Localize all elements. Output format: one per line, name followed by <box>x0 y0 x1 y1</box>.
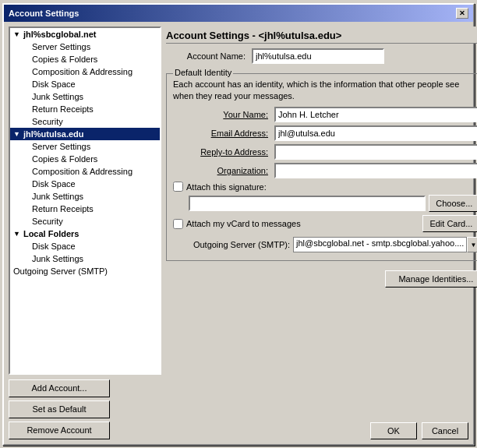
bottom-area: Add Account... Set as Default Remove Acc… <box>9 379 468 439</box>
account-name-label: Account Name: <box>166 51 252 61</box>
tree-return-receipts-2[interactable]: Return Receipts <box>10 203 160 215</box>
remove-account-button[interactable]: Remove Account <box>9 422 110 439</box>
attach-vcard-label: Attach my vCard to messages <box>186 219 301 228</box>
tree-panel: ▼ jhl%sbcglobal.net Server Settings Copi… <box>9 26 161 375</box>
close-button[interactable]: ✕ <box>456 8 468 19</box>
attach-vcard-checkbox[interactable] <box>173 219 183 229</box>
outgoing-server-label: Outgoing Server (SMTP): <box>173 240 290 249</box>
tree-disk-space-local[interactable]: Disk Space <box>10 240 160 252</box>
outgoing-select-wrap: jhl@sbcglobal.net - smtp.sbcglobal.yahoo… <box>293 237 477 252</box>
tree-junk-local[interactable]: Junk Settings <box>10 252 160 265</box>
sig-input-row: Choose... <box>173 195 477 212</box>
tree-server-settings-1[interactable]: Server Settings <box>10 41 160 53</box>
org-row: Organization: <box>173 163 477 178</box>
section-title: Default Identity <box>173 68 233 77</box>
tree-copies-folders-1[interactable]: Copies & Folders <box>10 53 160 65</box>
outgoing-smtp-label: Outgoing Server (SMTP) <box>13 266 108 276</box>
reply-to-label: Reply-to Address: <box>173 147 274 157</box>
collapse-icon-2: ▼ <box>13 130 20 138</box>
tree-composition-2[interactable]: Composition & Addressing <box>10 165 160 178</box>
dialog-title: Account Settings <box>9 9 79 18</box>
tree-junk-2[interactable]: Junk Settings <box>10 190 160 203</box>
default-identity-section: Default Identity Each account has an ide… <box>166 73 477 262</box>
your-name-row: Your Name: <box>173 107 477 122</box>
email-row: Email Address: <box>173 125 477 141</box>
tree-outgoing-smtp[interactable]: Outgoing Server (SMTP) <box>10 265 160 277</box>
your-name-input[interactable] <box>274 107 477 122</box>
account1-label: jhl%sbcglobal.net <box>23 30 97 39</box>
account-name-input[interactable] <box>252 48 384 64</box>
tree-server-settings-2[interactable]: Server Settings <box>10 140 160 153</box>
tree-security-1[interactable]: Security <box>10 115 160 128</box>
reply-to-input[interactable] <box>274 144 477 160</box>
title-bar: Account Settings ✕ <box>4 5 473 22</box>
tree-account2[interactable]: ▼ jhl%utulsa.edu <box>10 128 160 140</box>
your-name-label: Your Name: <box>173 110 274 119</box>
email-label: Email Address: <box>173 129 274 138</box>
panel-title: Account Settings - <jhl%utulsa.edu> <box>166 26 477 44</box>
tree-composition-1[interactable]: Composition & Addressing <box>10 65 160 78</box>
attach-sig-row: Attach this signature: <box>173 182 477 192</box>
reply-to-row: Reply-to Address: <box>173 144 477 160</box>
collapse-icon-local: ▼ <box>13 230 20 238</box>
dialog-body: ▼ jhl%sbcglobal.net Server Settings Copi… <box>4 22 473 444</box>
collapse-icon-1: ▼ <box>13 30 20 38</box>
main-area: ▼ jhl%sbcglobal.net Server Settings Copi… <box>9 26 468 375</box>
set-default-button[interactable]: Set as Default <box>9 400 110 418</box>
attach-sig-label: Attach this signature: <box>186 182 267 192</box>
tree-return-receipts-1[interactable]: Return Receipts <box>10 103 160 115</box>
edit-card-button[interactable]: Edit Card... <box>422 215 477 232</box>
section-desc: Each account has an identity, which is t… <box>173 79 477 103</box>
sig-input[interactable] <box>189 196 426 211</box>
manage-identities-row: Manage Identities... <box>166 270 477 287</box>
email-input[interactable] <box>274 125 477 141</box>
vcard-row: Attach my vCard to messages Edit Card... <box>173 215 477 232</box>
bottom-left-buttons: Add Account... Set as Default Remove Acc… <box>9 379 161 439</box>
local-folders-label: Local Folders <box>23 229 80 238</box>
add-account-button[interactable]: Add Account... <box>9 379 110 397</box>
outgoing-dropdown-arrow[interactable]: ▼ <box>467 237 477 252</box>
tree-disk-space-2[interactable]: Disk Space <box>10 178 160 190</box>
tree-copies-folders-2[interactable]: Copies & Folders <box>10 153 160 165</box>
account2-label: jhl%utulsa.edu <box>23 129 84 139</box>
org-label: Organization: <box>173 166 274 175</box>
tree-security-2[interactable]: Security <box>10 215 160 228</box>
outgoing-server-value: jhl@sbcglobal.net - smtp.sbcglobal.yahoo… <box>293 237 467 252</box>
tree-junk-1[interactable]: Junk Settings <box>10 90 160 103</box>
tree-account1[interactable]: ▼ jhl%sbcglobal.net <box>10 28 160 41</box>
account-settings-dialog: Account Settings ✕ ▼ jhl%sbcglobal.net S… <box>2 3 475 446</box>
account-name-row: Account Name: <box>166 48 477 64</box>
tree-disk-space-1[interactable]: Disk Space <box>10 78 160 90</box>
cancel-button[interactable]: Cancel <box>422 422 468 439</box>
org-input[interactable] <box>274 163 477 178</box>
tree-local-folders[interactable]: ▼ Local Folders <box>10 228 160 240</box>
choose-button[interactable]: Choose... <box>429 195 477 212</box>
attach-sig-checkbox[interactable] <box>173 182 183 192</box>
ok-button[interactable]: OK <box>370 422 417 439</box>
right-panel: Account Settings - <jhl%utulsa.edu> Acco… <box>166 26 477 375</box>
bottom-right-buttons: OK Cancel <box>161 422 468 439</box>
manage-identities-button[interactable]: Manage Identities... <box>385 270 477 287</box>
outgoing-row: Outgoing Server (SMTP): jhl@sbcglobal.ne… <box>173 237 477 252</box>
